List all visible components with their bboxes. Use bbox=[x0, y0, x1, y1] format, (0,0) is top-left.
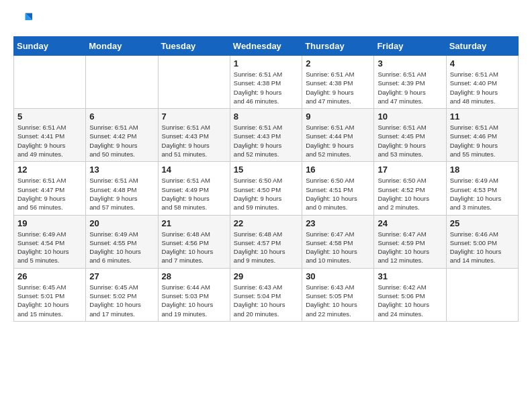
day-info: Sunrise: 6:49 AM Sunset: 4:55 PM Dayligh… bbox=[89, 230, 154, 265]
calendar-cell: 25Sunrise: 6:46 AM Sunset: 5:00 PM Dayli… bbox=[446, 215, 518, 268]
day-info: Sunrise: 6:51 AM Sunset: 4:43 PM Dayligh… bbox=[234, 123, 299, 158]
weekday-header-saturday: Saturday bbox=[446, 37, 518, 56]
calendar-cell: 12Sunrise: 6:51 AM Sunset: 4:47 PM Dayli… bbox=[14, 162, 86, 215]
day-info: Sunrise: 6:42 AM Sunset: 5:06 PM Dayligh… bbox=[378, 283, 443, 318]
day-info: Sunrise: 6:48 AM Sunset: 4:56 PM Dayligh… bbox=[162, 230, 227, 265]
calendar-week-row: 5Sunrise: 6:51 AM Sunset: 4:41 PM Daylig… bbox=[14, 109, 519, 162]
day-info: Sunrise: 6:51 AM Sunset: 4:41 PM Dayligh… bbox=[17, 123, 83, 158]
weekday-header-monday: Monday bbox=[86, 37, 158, 56]
day-info: Sunrise: 6:51 AM Sunset: 4:49 PM Dayligh… bbox=[162, 176, 227, 212]
calendar-cell: 20Sunrise: 6:49 AM Sunset: 4:55 PM Dayli… bbox=[86, 215, 158, 268]
day-number: 28 bbox=[162, 271, 227, 281]
day-info: Sunrise: 6:48 AM Sunset: 4:57 PM Dayligh… bbox=[234, 230, 299, 265]
day-info: Sunrise: 6:50 AM Sunset: 4:51 PM Dayligh… bbox=[306, 176, 371, 212]
day-info: Sunrise: 6:50 AM Sunset: 4:52 PM Dayligh… bbox=[378, 176, 443, 212]
day-number: 11 bbox=[450, 111, 515, 122]
day-info: Sunrise: 6:51 AM Sunset: 4:46 PM Dayligh… bbox=[450, 123, 515, 158]
weekday-header-friday: Friday bbox=[374, 37, 446, 56]
calendar-cell: 17Sunrise: 6:50 AM Sunset: 4:52 PM Dayli… bbox=[374, 162, 446, 215]
day-info: Sunrise: 6:45 AM Sunset: 5:02 PM Dayligh… bbox=[89, 283, 154, 318]
calendar-cell: 30Sunrise: 6:43 AM Sunset: 5:05 PM Dayli… bbox=[302, 268, 374, 321]
day-info: Sunrise: 6:51 AM Sunset: 4:38 PM Dayligh… bbox=[306, 70, 371, 105]
calendar-cell bbox=[446, 268, 518, 321]
day-number: 27 bbox=[89, 271, 154, 281]
calendar-cell: 31Sunrise: 6:42 AM Sunset: 5:06 PM Dayli… bbox=[374, 268, 446, 321]
day-number: 8 bbox=[234, 111, 299, 122]
day-info: Sunrise: 6:44 AM Sunset: 5:03 PM Dayligh… bbox=[162, 283, 227, 318]
day-number: 3 bbox=[378, 58, 443, 68]
day-info: Sunrise: 6:51 AM Sunset: 4:48 PM Dayligh… bbox=[89, 176, 154, 212]
day-number: 4 bbox=[450, 58, 515, 68]
calendar-cell: 13Sunrise: 6:51 AM Sunset: 4:48 PM Dayli… bbox=[86, 162, 158, 215]
header bbox=[13, 11, 519, 30]
calendar-cell: 18Sunrise: 6:49 AM Sunset: 4:53 PM Dayli… bbox=[446, 162, 518, 215]
calendar-cell bbox=[14, 56, 86, 109]
day-info: Sunrise: 6:51 AM Sunset: 4:47 PM Dayligh… bbox=[17, 176, 83, 212]
day-info: Sunrise: 6:51 AM Sunset: 4:45 PM Dayligh… bbox=[378, 123, 443, 158]
day-info: Sunrise: 6:49 AM Sunset: 4:54 PM Dayligh… bbox=[17, 230, 83, 265]
calendar-cell: 14Sunrise: 6:51 AM Sunset: 4:49 PM Dayli… bbox=[158, 162, 230, 215]
day-number: 16 bbox=[306, 165, 371, 175]
day-number: 20 bbox=[89, 218, 154, 228]
day-info: Sunrise: 6:43 AM Sunset: 5:05 PM Dayligh… bbox=[306, 283, 371, 318]
calendar-table: SundayMondayTuesdayWednesdayThursdayFrid… bbox=[13, 36, 519, 322]
day-number: 9 bbox=[306, 111, 371, 122]
day-info: Sunrise: 6:51 AM Sunset: 4:43 PM Dayligh… bbox=[162, 123, 227, 158]
day-number: 12 bbox=[17, 165, 83, 175]
day-number: 2 bbox=[306, 58, 371, 68]
calendar-cell: 9Sunrise: 6:51 AM Sunset: 4:44 PM Daylig… bbox=[302, 109, 374, 162]
logo bbox=[13, 11, 35, 30]
calendar-cell: 2Sunrise: 6:51 AM Sunset: 4:38 PM Daylig… bbox=[302, 56, 374, 109]
calendar-cell: 29Sunrise: 6:43 AM Sunset: 5:04 PM Dayli… bbox=[230, 268, 302, 321]
calendar-cell: 3Sunrise: 6:51 AM Sunset: 4:39 PM Daylig… bbox=[374, 56, 446, 109]
day-info: Sunrise: 6:51 AM Sunset: 4:40 PM Dayligh… bbox=[450, 70, 515, 105]
day-info: Sunrise: 6:47 AM Sunset: 4:59 PM Dayligh… bbox=[378, 230, 443, 265]
calendar-cell: 15Sunrise: 6:50 AM Sunset: 4:50 PM Dayli… bbox=[230, 162, 302, 215]
day-number: 13 bbox=[89, 165, 154, 175]
day-info: Sunrise: 6:49 AM Sunset: 4:53 PM Dayligh… bbox=[450, 176, 515, 212]
day-number: 1 bbox=[234, 58, 299, 68]
logo-icon bbox=[13, 11, 32, 30]
day-number: 25 bbox=[450, 218, 515, 228]
day-number: 19 bbox=[17, 218, 83, 228]
weekday-header-tuesday: Tuesday bbox=[158, 37, 230, 56]
weekday-header-row: SundayMondayTuesdayWednesdayThursdayFrid… bbox=[14, 37, 519, 56]
calendar-week-row: 26Sunrise: 6:45 AM Sunset: 5:01 PM Dayli… bbox=[14, 268, 519, 321]
calendar-cell: 11Sunrise: 6:51 AM Sunset: 4:46 PM Dayli… bbox=[446, 109, 518, 162]
day-number: 10 bbox=[378, 111, 443, 122]
calendar-cell: 1Sunrise: 6:51 AM Sunset: 4:38 PM Daylig… bbox=[230, 56, 302, 109]
day-number: 26 bbox=[17, 271, 83, 281]
day-number: 17 bbox=[378, 165, 443, 175]
calendar-cell: 19Sunrise: 6:49 AM Sunset: 4:54 PM Dayli… bbox=[14, 215, 86, 268]
day-info: Sunrise: 6:50 AM Sunset: 4:50 PM Dayligh… bbox=[234, 176, 299, 212]
calendar-cell: 8Sunrise: 6:51 AM Sunset: 4:43 PM Daylig… bbox=[230, 109, 302, 162]
calendar-cell: 10Sunrise: 6:51 AM Sunset: 4:45 PM Dayli… bbox=[374, 109, 446, 162]
calendar-cell: 27Sunrise: 6:45 AM Sunset: 5:02 PM Dayli… bbox=[86, 268, 158, 321]
calendar-cell: 4Sunrise: 6:51 AM Sunset: 4:40 PM Daylig… bbox=[446, 56, 518, 109]
day-number: 24 bbox=[378, 218, 443, 228]
day-number: 6 bbox=[89, 111, 154, 122]
day-number: 7 bbox=[162, 111, 227, 122]
calendar-cell: 28Sunrise: 6:44 AM Sunset: 5:03 PM Dayli… bbox=[158, 268, 230, 321]
day-info: Sunrise: 6:47 AM Sunset: 4:58 PM Dayligh… bbox=[306, 230, 371, 265]
day-number: 22 bbox=[234, 218, 299, 228]
calendar-cell: 6Sunrise: 6:51 AM Sunset: 4:42 PM Daylig… bbox=[86, 109, 158, 162]
day-number: 30 bbox=[306, 271, 371, 281]
calendar-cell: 22Sunrise: 6:48 AM Sunset: 4:57 PM Dayli… bbox=[230, 215, 302, 268]
calendar-cell: 16Sunrise: 6:50 AM Sunset: 4:51 PM Dayli… bbox=[302, 162, 374, 215]
day-info: Sunrise: 6:51 AM Sunset: 4:44 PM Dayligh… bbox=[306, 123, 371, 158]
day-info: Sunrise: 6:51 AM Sunset: 4:42 PM Dayligh… bbox=[89, 123, 154, 158]
calendar-cell: 23Sunrise: 6:47 AM Sunset: 4:58 PM Dayli… bbox=[302, 215, 374, 268]
day-info: Sunrise: 6:43 AM Sunset: 5:04 PM Dayligh… bbox=[234, 283, 299, 318]
page: SundayMondayTuesdayWednesdayThursdayFrid… bbox=[0, 0, 532, 411]
calendar-cell bbox=[158, 56, 230, 109]
day-number: 18 bbox=[450, 165, 515, 175]
calendar-cell: 24Sunrise: 6:47 AM Sunset: 4:59 PM Dayli… bbox=[374, 215, 446, 268]
day-number: 14 bbox=[162, 165, 227, 175]
calendar-week-row: 12Sunrise: 6:51 AM Sunset: 4:47 PM Dayli… bbox=[14, 162, 519, 215]
day-info: Sunrise: 6:45 AM Sunset: 5:01 PM Dayligh… bbox=[17, 283, 83, 318]
day-number: 5 bbox=[17, 111, 83, 122]
weekday-header-sunday: Sunday bbox=[14, 37, 86, 56]
day-number: 21 bbox=[162, 218, 227, 228]
day-number: 31 bbox=[378, 271, 443, 281]
